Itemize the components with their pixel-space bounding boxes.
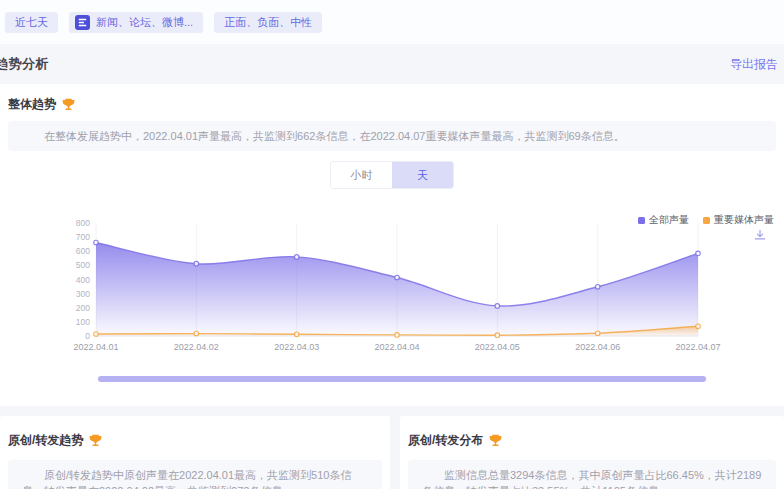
granularity-hour-button[interactable]: 小时 [331,162,392,188]
svg-text:800: 800 [76,218,90,228]
scrollbar-thumb[interactable] [98,376,706,382]
source-filter-chip[interactable]: 新闻、论坛、微博... [69,12,203,33]
legend-swatch-media [703,217,710,224]
legend-label-media: 重要媒体声量 [714,213,774,227]
trophy-icon [62,98,75,111]
original-repost-distribution-title: 原创/转发分布 [408,432,483,449]
original-repost-trend-summary: 原创/转发趋势中原创声量在2022.04.01最高，共监测到510条信息；转发声… [8,460,382,489]
media-source-icon [75,15,90,30]
original-repost-distribution-summary: 监测信息总量3294条信息，其中原创声量占比66.45%，共计2189条信息；转… [408,460,776,489]
svg-text:300: 300 [76,289,90,299]
svg-text:2022.04.05: 2022.04.05 [475,342,520,352]
legend-label-total: 全部声量 [649,213,689,227]
section-header: 趋势分析 导出报告 [0,44,784,84]
granularity-day-button[interactable]: 天 [392,162,453,188]
chart-scrollbar [0,376,784,382]
svg-text:2022.04.02: 2022.04.02 [174,342,219,352]
filter-bar: 近七天 新闻、论坛、微博... 正面、负面、中性 [0,0,784,44]
granularity-toggle: 小时 天 [330,161,454,189]
bottom-cards-row: 原创/转发趋势 原创/转发趋势中原创声量在2022.04.01最高，共监测到51… [0,416,784,489]
overall-trend-panel: 整体趋势 在整体发展趋势中，2022.04.01声量最高，共监测到662条信息，… [0,84,784,406]
svg-text:2022.04.07: 2022.04.07 [675,342,720,352]
sentiment-filter-chip[interactable]: 正面、负面、中性 [214,12,322,33]
svg-text:2022.04.01: 2022.04.01 [73,342,118,352]
original-repost-trend-card: 原创/转发趋势 原创/转发趋势中原创声量在2022.04.01最高，共监测到51… [0,416,390,489]
legend-item-media-volume[interactable]: 重要媒体声量 [703,213,774,227]
svg-text:700: 700 [76,232,90,242]
svg-text:2022.04.06: 2022.04.06 [575,342,620,352]
trend-chart-block: 全部声量 重要媒体声量 0100200300400500600700800202… [0,210,784,382]
svg-text:400: 400 [76,275,90,285]
svg-text:2022.04.04: 2022.04.04 [374,342,419,352]
svg-text:0: 0 [85,331,90,341]
legend-swatch-total [638,217,645,224]
trend-chart: 01002003004005006007008002022.04.012022.… [0,210,784,362]
trophy-icon [489,434,502,447]
original-repost-distribution-card: 原创/转发分布 监测信息总量3294条信息，其中原创声量占比66.45%，共计2… [400,416,784,489]
svg-text:100: 100 [76,317,90,327]
trend-chart-svg: 01002003004005006007008002022.04.012022.… [0,210,784,358]
sentiment-filter-label: 正面、负面、中性 [224,15,312,30]
date-range-label: 近七天 [15,15,48,30]
date-range-chip[interactable]: 近七天 [5,12,58,33]
svg-text:200: 200 [76,303,90,313]
original-repost-trend-title: 原创/转发趋势 [8,432,83,449]
legend-item-total-volume[interactable]: 全部声量 [638,213,689,227]
page-title: 趋势分析 [0,55,49,73]
svg-text:600: 600 [76,246,90,256]
overall-trend-title: 整体趋势 [8,96,56,113]
source-filter-label: 新闻、论坛、微博... [96,15,193,30]
download-chart-icon[interactable] [754,229,766,241]
chart-legend: 全部声量 重要媒体声量 [638,213,774,227]
trophy-icon [89,434,102,447]
svg-text:500: 500 [76,260,90,270]
svg-text:2022.04.03: 2022.04.03 [274,342,319,352]
overall-trend-summary: 在整体发展趋势中，2022.04.01声量最高，共监测到662条信息，在2022… [8,121,776,151]
export-report-link[interactable]: 导出报告 [730,56,778,73]
